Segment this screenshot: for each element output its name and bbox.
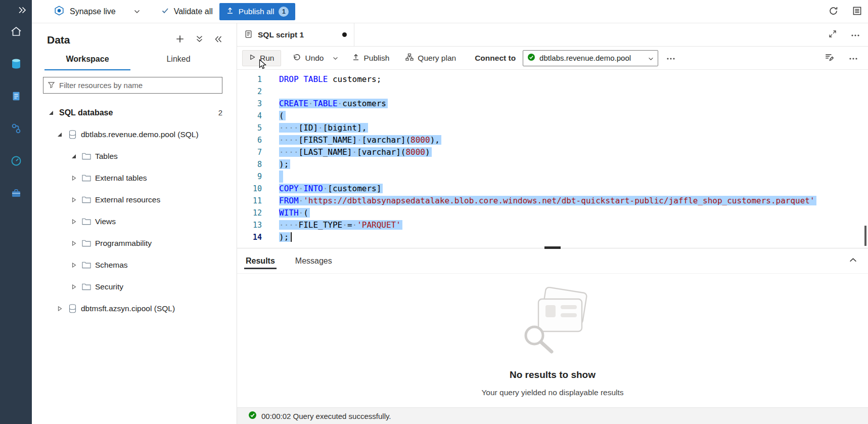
collapse-results-button[interactable]: [849, 257, 857, 264]
collapse-panel-button[interactable]: [213, 34, 223, 46]
tree-item[interactable]: Security: [32, 276, 237, 298]
no-results-illustration: [512, 287, 593, 359]
rail-item-home[interactable]: [10, 25, 23, 38]
code-line[interactable]: 8);: [237, 158, 868, 171]
code-line[interactable]: 11FROM·'https://dbtlabsynapsedatalake.bl…: [237, 195, 868, 207]
tree-item[interactable]: External tables: [32, 167, 237, 189]
rail-expand-button[interactable]: [0, 0, 32, 16]
code-line[interactable]: 14);: [237, 231, 868, 243]
caret-collapsed-icon[interactable]: [71, 176, 80, 181]
caret-expanded-icon[interactable]: [57, 132, 66, 137]
panel-resize-handle[interactable]: [544, 246, 561, 249]
data-panel-title: Data: [47, 34, 70, 46]
caret-collapsed-icon[interactable]: [57, 306, 66, 311]
rail-item-develop[interactable]: [10, 90, 23, 103]
connect-pool-dropdown[interactable]: dbtlabs.revenue.demo.pool: [523, 50, 658, 66]
line-number: 6: [237, 134, 262, 146]
editor-vertical-scrollbar[interactable]: [864, 226, 866, 246]
tab-workspace[interactable]: Workspace: [44, 48, 130, 70]
text-cursor: [291, 232, 292, 242]
tree-item[interactable]: SQL database2: [32, 102, 237, 123]
publish-label: Publish: [364, 54, 390, 63]
code-line[interactable]: 10COPY·INTO·[customers]: [237, 183, 868, 195]
tab-results[interactable]: Results: [244, 248, 277, 273]
editor-toolbar: Run Undo Publish Query p: [237, 47, 868, 70]
caret-collapsed-icon[interactable]: [71, 284, 80, 289]
connected-check-icon: [527, 53, 535, 63]
publish-count-badge: 1: [279, 7, 289, 17]
code-line[interactable]: 5····[ID]·[bigint],: [237, 122, 868, 134]
chevron-down-icon: [134, 10, 140, 14]
code-line[interactable]: 7····[LAST_NAME]·[varchar](8000): [237, 146, 868, 158]
rail-item-monitor[interactable]: [10, 155, 23, 168]
tree-item[interactable]: Schemas: [32, 254, 237, 276]
tree-item[interactable]: Tables: [32, 145, 237, 167]
rail-item-manage[interactable]: [10, 187, 23, 200]
code-line[interactable]: 9: [237, 171, 868, 183]
chevron-up-icon: [849, 257, 857, 264]
caret-collapsed-icon[interactable]: [71, 263, 80, 268]
tree-item-label: dbtlabs.revenue.demo.pool (SQL): [81, 130, 199, 139]
tab-more-options-button[interactable]: [850, 30, 861, 39]
query-plan-button[interactable]: Query plan: [401, 50, 461, 67]
rail-item-data[interactable]: [10, 58, 23, 71]
code-line[interactable]: 4(: [237, 110, 868, 122]
validate-all-button[interactable]: Validate all: [161, 7, 213, 17]
rail-item-integrate[interactable]: [10, 122, 23, 136]
unsaved-changes-dot: [342, 32, 347, 37]
caret-collapsed-icon[interactable]: [71, 197, 80, 202]
home-icon: [10, 25, 22, 39]
connect-to-label: Connect to: [475, 54, 516, 63]
resource-tree: SQL database2dbtlabs.revenue.demo.pool (…: [32, 102, 237, 319]
publish-button[interactable]: Publish: [347, 50, 394, 67]
caret-expanded-icon[interactable]: [49, 110, 58, 115]
code-line[interactable]: 2: [237, 86, 868, 98]
code-line[interactable]: 13····FILE_TYPE·=·'PARQUET': [237, 219, 868, 231]
caret-collapsed-icon[interactable]: [71, 219, 80, 224]
refresh-icon: [829, 6, 838, 17]
undo-label: Undo: [305, 54, 324, 63]
run-button[interactable]: Run: [242, 50, 281, 66]
tab-messages[interactable]: Messages: [294, 248, 334, 273]
properties-button[interactable]: [824, 52, 835, 64]
expand-editor-button[interactable]: [828, 29, 838, 40]
data-panel-tabs: Workspace Linked: [32, 48, 237, 70]
caret-collapsed-icon[interactable]: [71, 241, 80, 246]
tree-item[interactable]: Views: [32, 210, 237, 232]
line-number: 2: [237, 86, 262, 98]
tree-item[interactable]: Programmability: [32, 232, 237, 254]
tree-item[interactable]: dbtlabs.revenue.demo.pool (SQL): [32, 123, 237, 145]
tab-results-label: Results: [246, 257, 275, 266]
filter-box: [43, 77, 222, 94]
tab-linked[interactable]: Linked: [135, 48, 221, 70]
query-status-bar: 00:00:02 Query executed successfully.: [237, 407, 868, 424]
code-line[interactable]: 12WITH·(: [237, 207, 868, 219]
undo-button[interactable]: Undo: [288, 50, 328, 67]
filter-resources-input[interactable]: [59, 81, 218, 90]
toolbar-more-options-button[interactable]: [665, 53, 676, 63]
code-line[interactable]: 6····[FIRST_NAME]·[varchar](8000),: [237, 134, 868, 146]
data-panel: Data Workspace Li: [32, 23, 237, 424]
caret-expanded-icon[interactable]: [71, 154, 80, 159]
add-resource-button[interactable]: [174, 33, 186, 46]
document-tabstrip: SQL script 1: [237, 23, 868, 47]
tree-item[interactable]: dbtmsft.azsyn.cipool (SQL): [32, 298, 237, 319]
tab-sql-script-1[interactable]: SQL script 1: [237, 23, 354, 46]
undo-dropdown-button[interactable]: [331, 51, 340, 65]
pipeline-icon: [10, 122, 22, 136]
publish-all-button[interactable]: Publish all 1: [219, 3, 296, 20]
sql-code-editor[interactable]: 1DROP TABLE customers;23CREATE·TABLE·cus…: [237, 70, 868, 248]
chevron-double-down-icon: [196, 35, 203, 45]
actions-button[interactable]: [195, 34, 204, 46]
doc-tab-title: SQL script 1: [258, 30, 304, 39]
code-line[interactable]: 1DROP TABLE customers;: [237, 73, 868, 86]
code-line[interactable]: 3CREATE·TABLE·customers: [237, 98, 868, 110]
folder-icon: [80, 218, 93, 225]
query-plan-icon: [405, 53, 414, 63]
editor-more-options-button[interactable]: [848, 53, 859, 63]
tree-item[interactable]: External resources: [32, 189, 237, 210]
release-notes-button[interactable]: [851, 5, 863, 18]
folder-icon: [80, 196, 93, 203]
workspace-mode-dropdown[interactable]: Synapse live: [54, 5, 140, 18]
refresh-button[interactable]: [828, 5, 839, 18]
